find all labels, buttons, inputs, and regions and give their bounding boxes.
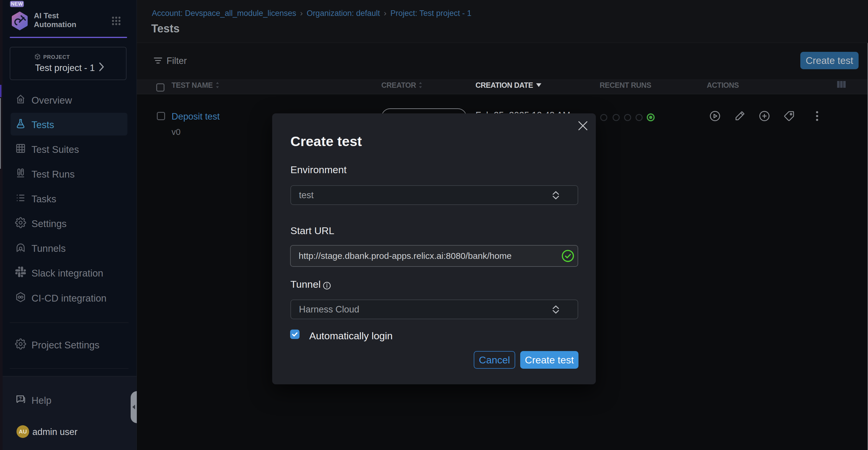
svg-text:?: ?	[19, 396, 22, 401]
